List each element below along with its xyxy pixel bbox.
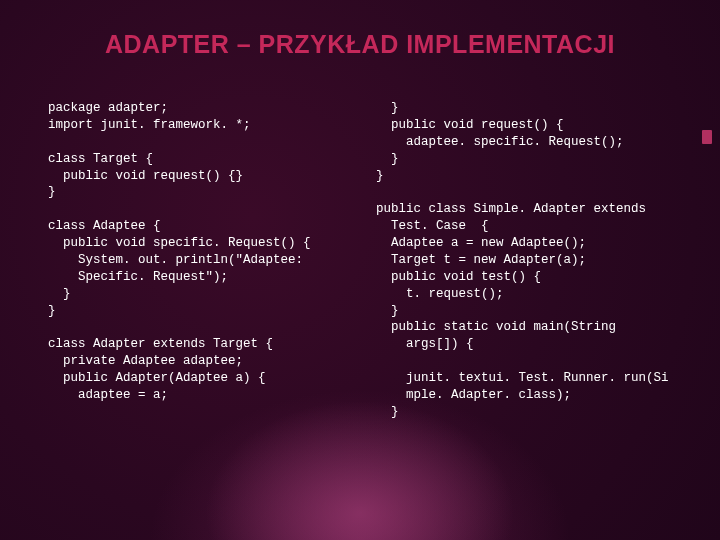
slide-title: ADAPTER – PRZYKŁAD IMPLEMENTACJI	[0, 30, 720, 59]
code-right-column: } public void request() { adaptee. speci…	[376, 100, 680, 421]
code-left-column: package adapter; import junit. framework…	[48, 100, 352, 421]
page-marker	[702, 130, 712, 144]
code-columns: package adapter; import junit. framework…	[48, 100, 680, 421]
